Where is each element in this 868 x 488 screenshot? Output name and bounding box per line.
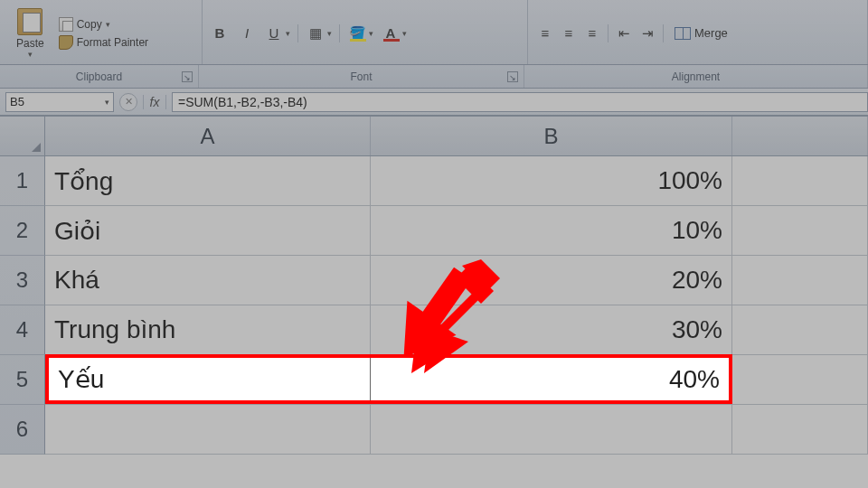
- align-left-button[interactable]: ≡: [535, 23, 555, 43]
- cell[interactable]: 30%: [371, 305, 732, 355]
- align-center-button[interactable]: ≡: [559, 23, 579, 43]
- chevron-down-icon: ▾: [28, 50, 33, 59]
- font-group-label: Font: [350, 70, 372, 83]
- table-row: Khá 20%: [45, 256, 868, 305]
- name-box[interactable]: B5 ▾: [5, 92, 114, 112]
- cell[interactable]: Khá: [45, 256, 371, 305]
- cell[interactable]: Giỏi: [45, 206, 371, 256]
- table-row: [45, 405, 868, 455]
- select-all-corner[interactable]: [0, 117, 45, 156]
- column-header-b[interactable]: B: [371, 117, 732, 155]
- decrease-indent-button[interactable]: ⇤: [614, 23, 634, 43]
- font-group: B I U ▾ ▦ ▾ 🪣 ▾ A ▾: [203, 0, 528, 64]
- name-box-value: B5: [10, 95, 24, 108]
- clipboard-group: Paste ▾ Copy ▾ Format Painter: [4, 0, 203, 64]
- copy-label: Copy: [77, 18, 102, 31]
- spreadsheet[interactable]: A B 1 2 3 4 5 6 Tổng 100% Giỏi 10% Khá 2…: [0, 117, 868, 488]
- fill-color-button[interactable]: 🪣: [347, 23, 367, 43]
- bold-button[interactable]: B: [210, 23, 230, 43]
- fx-icon[interactable]: fx: [143, 95, 166, 109]
- cell[interactable]: [732, 305, 868, 355]
- chevron-down-icon: ▾: [402, 29, 407, 38]
- dialog-launcher-icon[interactable]: [182, 71, 193, 82]
- cell[interactable]: [45, 405, 371, 455]
- ribbon: Paste ▾ Copy ▾ Format Painter B I: [0, 0, 868, 65]
- chevron-down-icon: ▾: [105, 98, 109, 107]
- paste-icon: [17, 8, 42, 35]
- merge-icon: [675, 27, 691, 40]
- row-headers: 1 2 3 4 5 6: [0, 156, 45, 455]
- ribbon-group-labels: Clipboard Font Alignment: [0, 65, 868, 89]
- cell[interactable]: 40%: [371, 355, 732, 405]
- italic-button[interactable]: I: [237, 23, 257, 43]
- formula-bar: B5 ▾ ✕ fx =SUM(B1,-B2,-B3,-B4): [0, 89, 868, 116]
- table-row: Trung bình 30%: [45, 305, 868, 355]
- cell[interactable]: 20%: [371, 256, 732, 305]
- cell[interactable]: [732, 156, 868, 206]
- merge-button[interactable]: Merge: [669, 24, 733, 42]
- brush-icon: [59, 35, 73, 50]
- separator: [339, 24, 340, 42]
- column-headers: A B: [45, 117, 868, 156]
- alignment-group-label: Alignment: [672, 70, 720, 83]
- column-header-a[interactable]: A: [45, 117, 371, 155]
- row-header[interactable]: 5: [0, 355, 45, 405]
- border-button[interactable]: ▦: [306, 23, 326, 43]
- table-row: Tổng 100%: [45, 156, 868, 206]
- increase-indent-button[interactable]: ⇥: [637, 23, 657, 43]
- copy-button[interactable]: Copy ▾: [55, 16, 114, 33]
- row-header[interactable]: 4: [0, 305, 45, 355]
- chevron-down-icon: ▾: [106, 20, 110, 29]
- paste-button[interactable]: Paste ▾: [11, 6, 50, 61]
- row-header[interactable]: 1: [0, 156, 45, 206]
- cell[interactable]: 100%: [371, 156, 732, 206]
- cell[interactable]: Tổng: [45, 156, 371, 206]
- row-header[interactable]: 2: [0, 206, 45, 256]
- column-header-c[interactable]: [732, 117, 868, 155]
- merge-label: Merge: [694, 26, 728, 40]
- cell[interactable]: [732, 206, 868, 256]
- separator: [608, 24, 609, 42]
- table-row: Yếu 40%: [45, 355, 868, 405]
- table-row: Giỏi 10%: [45, 206, 868, 256]
- cell[interactable]: [371, 405, 732, 455]
- row-header[interactable]: 6: [0, 405, 45, 455]
- formula-cancel-icon: ✕: [119, 93, 137, 111]
- cell[interactable]: [732, 256, 868, 305]
- separator: [297, 24, 298, 42]
- alignment-group: ≡ ≡ ≡ ⇤ ⇥ Merge: [528, 0, 868, 64]
- cell[interactable]: 10%: [371, 206, 732, 256]
- formula-text: =SUM(B1,-B2,-B3,-B4): [178, 95, 307, 109]
- chevron-down-icon: ▾: [327, 29, 332, 38]
- underline-button[interactable]: U: [264, 23, 284, 43]
- paste-label: Paste: [16, 37, 44, 50]
- cell[interactable]: [732, 355, 868, 405]
- copy-icon: [59, 17, 73, 32]
- formula-input[interactable]: =SUM(B1,-B2,-B3,-B4): [172, 92, 868, 112]
- row-header[interactable]: 3: [0, 256, 45, 305]
- cell[interactable]: [732, 405, 868, 455]
- cell-grid: Tổng 100% Giỏi 10% Khá 20% Trung bình 30…: [45, 156, 868, 455]
- separator: [663, 24, 664, 42]
- cell[interactable]: Yếu: [45, 355, 371, 405]
- chevron-down-icon: ▾: [286, 29, 290, 38]
- clipboard-group-label: Clipboard: [76, 70, 122, 83]
- font-color-button[interactable]: A: [381, 23, 401, 43]
- format-painter-label: Format Painter: [77, 36, 148, 49]
- align-right-button[interactable]: ≡: [582, 23, 602, 43]
- chevron-down-icon: ▾: [369, 29, 373, 38]
- cell[interactable]: Trung bình: [45, 305, 371, 355]
- format-painter-button[interactable]: Format Painter: [55, 34, 152, 51]
- dialog-launcher-icon[interactable]: [507, 71, 518, 82]
